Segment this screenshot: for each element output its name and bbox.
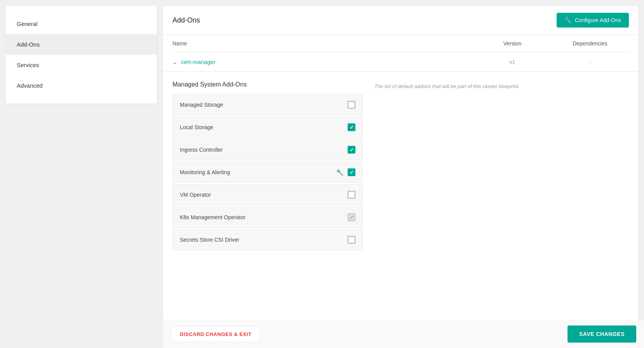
- addon-controls: 🔧: [336, 168, 355, 176]
- addon-controls: [348, 101, 355, 109]
- content-header: Add-Ons 🔧 Configure Add-Ons: [163, 6, 638, 35]
- sidebar: GeneralAdd-OnsServicesAdvanced: [6, 6, 157, 104]
- addon-item-ingress-controller: Ingress Controller: [172, 139, 363, 160]
- configure-addons-label: Configure Add-Ons: [575, 17, 621, 23]
- chevron-down-icon[interactable]: ⌄: [172, 59, 177, 65]
- managed-description: The list of default addons that will be …: [374, 81, 629, 252]
- sidebar-item-add-ons[interactable]: Add-Ons: [6, 34, 157, 55]
- addon-item-secrets-store-csi-driver: Secrets Store CSI Driver: [172, 229, 363, 250]
- save-button[interactable]: SAVE CHANGES: [567, 325, 636, 343]
- managed-section-title: Managed System Add-Ons: [172, 81, 363, 88]
- addon-item-k8s-management-operator: K8s Management Operator: [172, 207, 363, 228]
- addon-controls: [348, 213, 355, 221]
- addons-table: Name Version Dependencies ⌄ cert-manager…: [163, 35, 638, 72]
- managed-section: Managed System Add-Ons Managed Storage L…: [163, 72, 638, 261]
- addon-name: Ingress Controller: [180, 147, 223, 153]
- addon-name: VM Operator: [180, 192, 211, 198]
- row-dependencies: -: [551, 59, 629, 65]
- addon-checkbox-managed-storage[interactable]: [348, 101, 355, 109]
- table-row: ⌄ cert-manager v1 -: [172, 52, 629, 71]
- configure-addons-button[interactable]: 🔧 Configure Add-Ons: [557, 13, 629, 28]
- addon-checkbox-k8s-management-operator[interactable]: [348, 213, 355, 221]
- addon-name: Local Storage: [180, 124, 213, 130]
- table-header: Name Version Dependencies: [172, 35, 629, 52]
- addon-checkbox-secrets-store-csi-driver[interactable]: [348, 236, 355, 244]
- addon-name: Secrets Store CSI Driver: [180, 237, 239, 243]
- wrench-icon: 🔧: [564, 17, 572, 24]
- page-title: Add-Ons: [172, 16, 200, 24]
- addon-controls: [348, 123, 355, 131]
- sidebar-item-advanced[interactable]: Advanced: [6, 75, 157, 96]
- addon-checkbox-vm-operator[interactable]: [348, 191, 355, 199]
- addon-item-managed-storage: Managed Storage: [172, 94, 363, 115]
- row-version: v1: [473, 59, 551, 65]
- sidebar-item-general[interactable]: General: [6, 14, 157, 34]
- managed-addons-list: Managed System Add-Ons Managed Storage L…: [172, 81, 363, 252]
- addon-checkbox-monitoring-alerting[interactable]: [348, 168, 355, 176]
- addon-controls: [348, 236, 355, 244]
- addon-name: Managed Storage: [180, 102, 223, 108]
- addon-link[interactable]: cert-manager: [181, 59, 216, 65]
- footer: DISCARD CHANGES & EXIT SAVE CHANGES: [163, 320, 644, 348]
- col-name: Name: [172, 40, 473, 47]
- col-dependencies: Dependencies: [551, 40, 629, 47]
- addon-item-local-storage: Local Storage: [172, 117, 363, 138]
- addon-controls: [348, 191, 355, 199]
- content-panel: Add-Ons 🔧 Configure Add-Ons Name Version…: [163, 6, 638, 320]
- addon-checkbox-ingress-controller[interactable]: [348, 146, 355, 154]
- sidebar-item-services[interactable]: Services: [6, 55, 157, 75]
- addon-item-vm-operator: VM Operator: [172, 184, 363, 205]
- col-version: Version: [473, 40, 551, 47]
- addon-name: K8s Management Operator: [180, 214, 245, 220]
- addon-checkbox-local-storage[interactable]: [348, 123, 355, 131]
- row-name-cell: ⌄ cert-manager: [172, 59, 473, 65]
- settings-icon[interactable]: 🔧: [336, 169, 344, 176]
- addon-controls: [348, 146, 355, 154]
- addon-item-monitoring-alerting: Monitoring & Alerting 🔧: [172, 162, 363, 183]
- discard-button[interactable]: DISCARD CHANGES & EXIT: [171, 326, 260, 342]
- content-area: Add-Ons 🔧 Configure Add-Ons Name Version…: [163, 0, 644, 348]
- description-text: The list of default addons that will be …: [374, 83, 520, 89]
- addon-name: Monitoring & Alerting: [180, 169, 230, 175]
